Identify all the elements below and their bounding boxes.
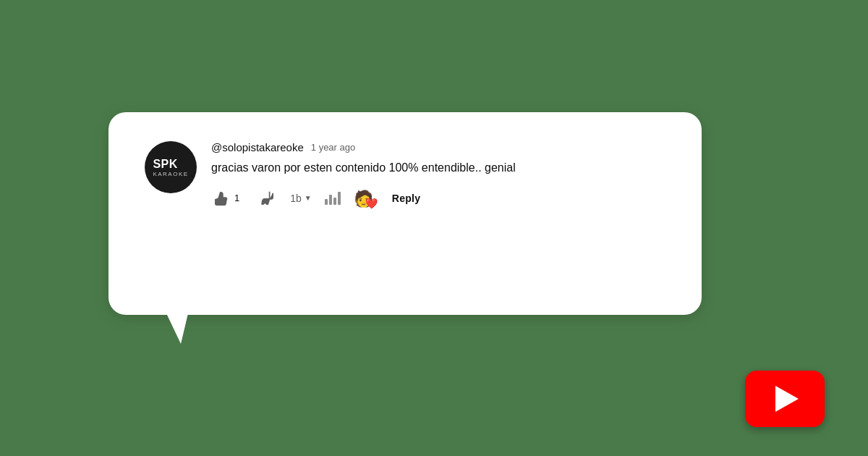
username: @solopistakareoke bbox=[211, 141, 304, 153]
chart-bar-4 bbox=[338, 192, 341, 205]
translate-label: 1b bbox=[290, 193, 302, 204]
chart-bar-3 bbox=[333, 198, 336, 205]
youtube-play-icon bbox=[775, 386, 799, 412]
chart-bar-2 bbox=[329, 195, 332, 205]
youtube-logo bbox=[745, 371, 825, 427]
thumbs-up-icon bbox=[214, 190, 230, 206]
timestamp: 1 year ago bbox=[311, 142, 355, 153]
creator-heart-button[interactable]: 🧑 ❤️ bbox=[354, 187, 373, 209]
thumbs-down-icon bbox=[258, 190, 274, 206]
comment-body: @solopistakareoke 1 year ago gracias var… bbox=[211, 141, 665, 209]
heart-emoji-overlay: ❤️ bbox=[365, 198, 378, 209]
avatar-sub: KARAOKE bbox=[153, 171, 188, 177]
dislike-button[interactable] bbox=[255, 187, 277, 209]
chevron-down-icon: ▼ bbox=[305, 194, 312, 202]
comment-header: @solopistakareoke 1 year ago bbox=[211, 141, 665, 153]
comment-text: gracias varon por esten contenido 100% e… bbox=[211, 159, 665, 177]
stats-button[interactable] bbox=[325, 192, 341, 205]
avatar-content: SPK KARAOKE bbox=[153, 157, 188, 177]
avatar-initials: SPK bbox=[153, 158, 177, 170]
like-button[interactable]: 1 bbox=[211, 187, 242, 209]
translate-button[interactable]: 1b ▼ bbox=[290, 193, 311, 204]
avatar: SPK KARAOKE bbox=[145, 141, 197, 193]
action-bar: 1 1b ▼ bbox=[211, 187, 665, 209]
comment-bubble: SPK KARAOKE @solopistakareoke 1 year ago… bbox=[109, 112, 702, 315]
scene: SPK KARAOKE @solopistakareoke 1 year ago… bbox=[0, 0, 868, 456]
chart-bar-1 bbox=[325, 199, 328, 205]
reply-button[interactable]: Reply bbox=[386, 190, 427, 207]
comment-container: SPK KARAOKE @solopistakareoke 1 year ago… bbox=[145, 141, 665, 209]
like-count: 1 bbox=[234, 193, 239, 203]
